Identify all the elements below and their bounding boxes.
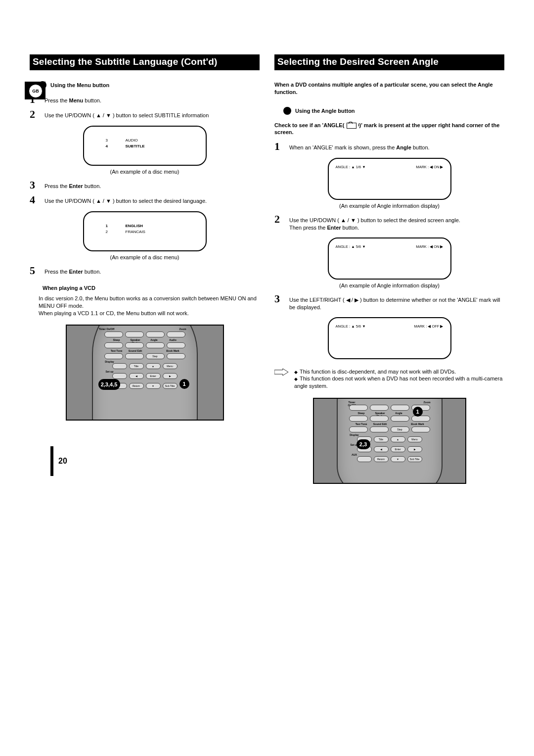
audio-button [411, 416, 430, 422]
right-button: ▶ [407, 446, 422, 452]
step-button: Step [391, 426, 409, 432]
callout-steps-23: 2,3 [356, 439, 370, 449]
osd-caption: (An example of a disc menu) [30, 254, 260, 260]
osd-caption: (An example of Angle information display… [274, 283, 504, 288]
osd-angle-3: ANGLE : ▲ 5/6 ▼MARK : ◀ OFF ▶ [328, 317, 451, 359]
sound-edit-button [370, 426, 389, 432]
subhead-angle-button: Using the Angle button [283, 107, 504, 115]
bullet-icon [283, 107, 291, 115]
step-3: 3 Use the LEFT/RIGHT ( ◀ / ▶ ) button to… [274, 293, 504, 311]
display-button [112, 363, 127, 369]
title-button: Title [129, 363, 144, 369]
step-2: 2 Use the UP/DOWN ( ▲ / ▼ ) button to se… [274, 214, 504, 232]
step-number: 4 [30, 194, 39, 205]
setup-button [112, 373, 127, 379]
step-text: Press the Enter button. [44, 265, 101, 276]
sleep-button [104, 342, 123, 348]
step-number: 3 [30, 180, 39, 190]
speaker-mode-button [370, 416, 389, 422]
return-button: Return [129, 383, 144, 389]
step-button: Step [146, 353, 165, 359]
aux-button [357, 456, 372, 462]
callout-step-1: 1 [179, 379, 189, 389]
down-button: ▼ [146, 383, 161, 389]
vcd-heading: When playing a VCD [43, 285, 95, 291]
step-text: Press the Enter button. [44, 180, 101, 190]
manual-page: GB Selecting the Subtitle Language (Cont… [0, 0, 534, 514]
up-button: ▲ [146, 363, 161, 369]
osd-example-2: 1ENGLISH 2FRANCAIS [83, 211, 207, 251]
angle-button [391, 416, 409, 422]
left-button: ◀ [129, 373, 144, 379]
subhead-text: Using the Angle button [295, 108, 355, 114]
footer-bar-icon [50, 446, 53, 476]
step-text: When an 'ANGLE' mark is shown, press the… [289, 141, 430, 151]
bookmark-button [411, 426, 430, 432]
left-button: ◀ [374, 446, 389, 452]
blank-button [370, 405, 389, 411]
left-column: Selecting the Subtitle Language (Cont'd)… [30, 54, 260, 484]
step-text: Use the UP/DOWN ( ▲ / ▼ ) button to sele… [44, 109, 209, 119]
blank-button [146, 331, 165, 337]
right-column: Selecting the Desired Screen Angle When … [274, 54, 504, 484]
test-tone-button [349, 426, 368, 432]
step-number: 2 [274, 214, 283, 225]
step-number: 5 [30, 265, 39, 276]
sleep-button [349, 416, 368, 422]
subhead-menu-button: Using the Menu button [39, 81, 260, 89]
menu-button: Menu [163, 363, 178, 369]
note-arrow-icon [274, 368, 288, 377]
osd-angle-1: ANGLE : ▲ 1/6 ▼MARK : ◀ ON ▶ [328, 158, 451, 200]
subhead-text: Using the Menu button [50, 82, 109, 88]
callout-steps-2345: 2,3,4,5 [98, 379, 120, 390]
step-text: Use the LEFT/RIGHT ( ◀ / ▶ ) button to d… [289, 293, 504, 311]
intro-text: When a DVD contains multiple angles of a… [274, 81, 504, 96]
camera-angle-icon [347, 123, 356, 129]
right-button: ▶ [163, 373, 178, 379]
subtitle-button: Sub Title [163, 383, 178, 389]
zoom-button [167, 331, 185, 337]
osd-caption: (An example of a disc menu) [30, 169, 260, 175]
sound-edit-button [125, 353, 144, 359]
enter-button: Enter [391, 446, 405, 452]
angle-button [146, 342, 165, 348]
timer-button [349, 405, 368, 411]
vcd-note: When playing a VCD In disc version 2.0, … [39, 285, 260, 317]
language-badge: GB [29, 84, 43, 98]
page-footer: 20 [50, 446, 67, 476]
step-number: 3 [274, 293, 283, 304]
step-5: 5 Press the Enter button. [30, 265, 260, 276]
return-button: Return [374, 456, 389, 462]
subtitle-button: Sub Title [407, 456, 422, 462]
title-button: Title [374, 436, 389, 442]
test-tone-button [104, 353, 123, 359]
notes: This function is disc-dependent, and may… [274, 368, 504, 390]
step-number: 2 [30, 109, 39, 120]
up-button: ▲ [391, 436, 405, 442]
remote-illustration-left: Volume Timer On/OffZoom SleepSpea [66, 325, 224, 421]
menu-button: Menu [407, 436, 422, 442]
audio-button [167, 342, 185, 348]
step-3: 3 Press the Enter button. [30, 180, 260, 190]
note-line-1: This function is disc-dependent, and may… [294, 368, 504, 376]
down-button: ▼ [391, 456, 405, 462]
osd-angle-2: ANGLE : ▲ 5/6 ▼MARK : ◀ ON ▶ [328, 237, 451, 280]
step-text: Use the UP/DOWN ( ▲ / ▼ ) button to sele… [44, 194, 207, 205]
speaker-mode-button [125, 342, 144, 348]
section-title-subtitle: Selecting the Subtitle Language (Cont'd) [30, 54, 260, 70]
callout-step-1: 1 [413, 407, 423, 417]
step-text: Press the Menu button. [44, 94, 101, 104]
timer-button [104, 331, 123, 337]
step-4: 4 Use the UP/DOWN ( ▲ / ▼ ) button to se… [30, 194, 260, 205]
note-line-2: This function does not work when a DVD h… [294, 375, 504, 390]
section-title-angle: Selecting the Desired Screen Angle [274, 54, 504, 70]
step-1: 1 Press the Menu button. [30, 94, 260, 105]
page-number: 20 [58, 457, 67, 466]
step-number: 1 [274, 141, 283, 152]
step-2: 2 Use the UP/DOWN ( ▲ / ▼ ) button to se… [30, 109, 260, 120]
step-1: 1 When an 'ANGLE' mark is shown, press t… [274, 141, 504, 152]
remote-illustration-right: Timer On/OffZoom SleepSpeaker ModeAngleA… [313, 398, 466, 484]
osd-caption: (An example of Angle information display… [274, 203, 504, 209]
bookmark-button [167, 353, 185, 359]
blank-button [125, 331, 144, 337]
